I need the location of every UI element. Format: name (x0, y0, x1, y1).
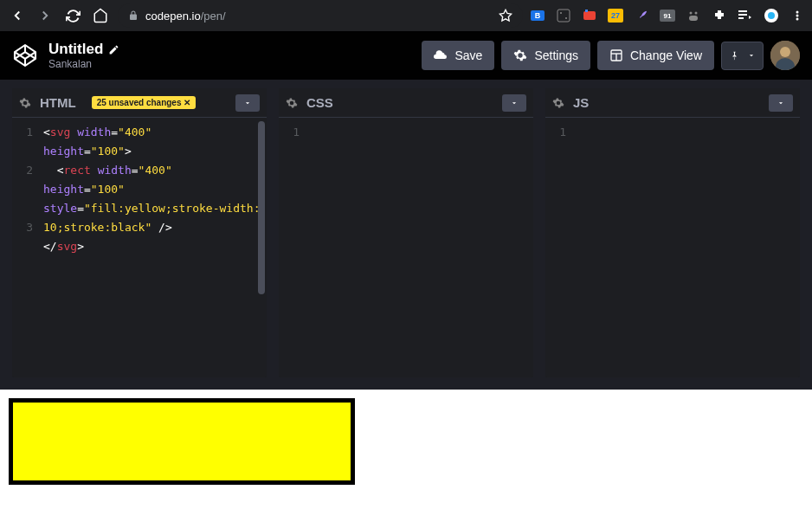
svg-point-23 (780, 47, 790, 57)
rendered-svg (9, 398, 355, 485)
chevron-down-icon (747, 51, 756, 60)
lock-icon (128, 10, 139, 21)
panel-collapse-button[interactable] (502, 94, 526, 112)
svg-text:B: B (535, 11, 541, 20)
extension-icon-3[interactable] (582, 8, 597, 23)
css-tab[interactable]: CSS (298, 90, 342, 115)
svg-point-5 (565, 17, 567, 19)
svg-point-4 (560, 12, 562, 14)
html-tab-label: HTML (40, 95, 76, 110)
user-avatar[interactable] (770, 41, 800, 70)
scrollbar[interactable] (258, 121, 265, 294)
close-badge-icon[interactable]: ✕ (184, 98, 190, 107)
svg-point-15 (768, 12, 775, 19)
svg-point-16 (796, 11, 799, 14)
bookmark-star-icon[interactable] (499, 9, 512, 23)
svg-rect-6 (583, 11, 596, 20)
save-button[interactable]: Save (422, 41, 494, 70)
extension-playlist-icon[interactable] (738, 8, 753, 23)
js-tab[interactable]: JS (564, 90, 597, 115)
settings-label: Settings (534, 48, 578, 62)
pen-author[interactable]: Sankalan (48, 58, 119, 70)
pen-title-area: Untitled Sankalan (48, 41, 119, 70)
svg-marker-0 (499, 10, 511, 21)
svg-point-9 (695, 12, 698, 15)
svg-rect-10 (689, 16, 698, 21)
html-panel-header: HTML 25 unsaved changes ✕ (12, 88, 267, 118)
pin-icon (729, 50, 740, 61)
js-code-editor[interactable]: 1 (545, 118, 800, 377)
edit-title-icon[interactable] (108, 44, 119, 55)
settings-button[interactable]: Settings (501, 41, 590, 70)
panel-gear-icon[interactable] (19, 97, 31, 109)
line-gutter: 1 2 3 (12, 118, 40, 377)
html-tab[interactable]: HTML (31, 90, 85, 115)
url-path: /pen/ (201, 10, 226, 23)
css-panel-header: CSS (279, 88, 533, 118)
svg-rect-13 (738, 17, 744, 19)
nav-back-button[interactable] (7, 5, 28, 26)
svg-rect-3 (557, 10, 570, 22)
layout-icon (609, 48, 623, 62)
gear-icon (513, 48, 527, 62)
codepen-header: Untitled Sankalan Save Settings Change V… (0, 31, 812, 80)
js-panel-header: JS (545, 88, 800, 118)
extension-calendar-icon[interactable]: 27 (608, 9, 623, 23)
css-code-editor[interactable]: 1 (279, 118, 533, 377)
url-bar[interactable]: codepen.io/pen/ (118, 3, 523, 28)
line-gutter: 1 (279, 118, 306, 377)
change-view-label: Change View (630, 48, 702, 62)
html-panel: HTML 25 unsaved changes ✕ 1 2 3 <svg wid… (12, 88, 267, 377)
extension-counter-icon[interactable]: 91 (660, 10, 675, 22)
extension-icon-2[interactable] (556, 8, 571, 23)
code-content[interactable]: <svg width="400"height="100"> <rect widt… (40, 118, 267, 377)
svg-rect-12 (738, 14, 747, 16)
svg-rect-7 (585, 10, 588, 12)
cloud-icon (434, 48, 448, 62)
rendered-rect (9, 398, 355, 485)
js-panel: JS 1 (545, 88, 800, 377)
panel-collapse-button[interactable] (769, 94, 793, 112)
save-label: Save (454, 48, 482, 62)
html-code-editor[interactable]: 1 2 3 <svg width="400"height="100"> <rec… (12, 118, 267, 377)
css-tab-label: CSS (306, 95, 333, 110)
editor-area: HTML 25 unsaved changes ✕ 1 2 3 <svg wid… (0, 80, 812, 390)
nav-reload-button[interactable] (62, 5, 83, 26)
panel-collapse-button[interactable] (235, 94, 260, 112)
code-content[interactable] (573, 118, 800, 377)
browser-toolbar: codepen.io/pen/ B 27 91 (0, 0, 812, 31)
svg-point-17 (796, 15, 799, 17)
change-view-button[interactable]: Change View (597, 41, 714, 70)
extension-feather-icon[interactable] (634, 8, 649, 23)
svg-point-8 (690, 12, 693, 15)
panel-gear-icon[interactable] (552, 97, 564, 109)
url-domain: codepen.io (145, 10, 201, 23)
extension-android-icon[interactable] (686, 8, 701, 23)
line-gutter: 1 (545, 118, 573, 377)
extension-icon-1[interactable]: B (530, 8, 545, 23)
unsaved-changes-badge[interactable]: 25 unsaved changes ✕ (92, 96, 197, 109)
pin-dropdown-button[interactable] (721, 42, 764, 70)
extension-icons: B 27 91 (530, 8, 805, 23)
pen-title[interactable]: Untitled (48, 41, 103, 58)
browser-menu-icon[interactable] (789, 8, 805, 23)
svg-point-18 (796, 18, 799, 21)
svg-rect-11 (738, 10, 747, 12)
nav-home-button[interactable] (90, 5, 111, 26)
extension-circle-icon[interactable] (764, 8, 779, 23)
code-content[interactable] (306, 118, 533, 377)
nav-forward-button[interactable] (35, 5, 55, 26)
output-preview (0, 390, 812, 509)
header-actions: Save Settings Change View (422, 41, 800, 70)
css-panel: CSS 1 (279, 88, 533, 377)
codepen-logo[interactable] (12, 42, 38, 68)
extension-puzzle-icon[interactable] (712, 8, 727, 23)
panel-gear-icon[interactable] (286, 97, 298, 109)
js-tab-label: JS (573, 95, 589, 110)
